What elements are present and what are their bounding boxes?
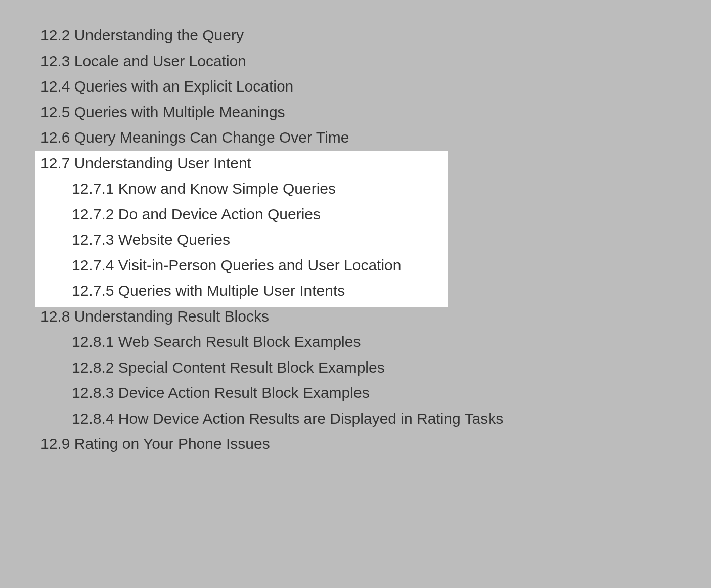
- toc-number: 12.9: [40, 435, 70, 452]
- toc-number: 12.8.2: [72, 359, 114, 376]
- toc-title: Device Action Result Block Examples: [118, 384, 370, 401]
- toc-title: How Device Action Results are Displayed …: [118, 410, 503, 427]
- toc-number: 12.7.2: [72, 206, 114, 222]
- toc-entry[interactable]: 12.8 Understanding Result Blocks: [40, 306, 711, 327]
- toc-subentry[interactable]: 12.7.1 Know and Know Simple Queries: [72, 178, 711, 199]
- toc-number: 12.8.1: [72, 333, 114, 350]
- toc-entry[interactable]: 12.5 Queries with Multiple Meanings: [40, 102, 711, 123]
- toc-number: 12.3: [40, 53, 70, 69]
- toc-subentry[interactable]: 12.8.1 Web Search Result Block Examples: [72, 332, 711, 352]
- toc-number: 12.4: [40, 78, 70, 95]
- toc-title: Understanding User Intent: [74, 155, 251, 171]
- toc-number: 12.8.4: [72, 410, 114, 427]
- toc-title: Do and Device Action Queries: [118, 206, 321, 222]
- toc-title: Rating on Your Phone Issues: [74, 435, 270, 452]
- toc-number: 12.2: [40, 27, 70, 43]
- table-of-contents: 12.2 Understanding the Query 12.3 Locale…: [40, 25, 711, 455]
- toc-number: 12.5: [40, 104, 70, 120]
- toc-subentry[interactable]: 12.8.2 Special Content Result Block Exam…: [72, 357, 711, 378]
- toc-entry[interactable]: 12.6 Query Meanings Can Change Over Time: [40, 127, 711, 148]
- toc-subentry[interactable]: 12.8.4 How Device Action Results are Dis…: [72, 409, 711, 429]
- toc-entry[interactable]: 12.4 Queries with an Explicit Location: [40, 76, 711, 97]
- toc-number: 12.7: [40, 155, 70, 171]
- toc-number: 12.8.3: [72, 384, 114, 401]
- toc-title: Understanding Result Blocks: [74, 308, 269, 325]
- toc-entry[interactable]: 12.7 Understanding User Intent: [40, 153, 711, 174]
- toc-title: Understanding the Query: [74, 27, 244, 43]
- toc-title: Special Content Result Block Examples: [118, 359, 385, 376]
- toc-number: 12.7.5: [72, 282, 114, 299]
- toc-subentry[interactable]: 12.7.5 Queries with Multiple User Intent…: [72, 281, 711, 301]
- toc-number: 12.6: [40, 129, 70, 146]
- toc-subentry[interactable]: 12.8.3 Device Action Result Block Exampl…: [72, 383, 711, 403]
- toc-number: 12.7.3: [72, 231, 114, 248]
- toc-number: 12.8: [40, 308, 70, 325]
- toc-title: Locale and User Location: [74, 53, 246, 69]
- toc-title: Know and Know Simple Queries: [118, 180, 336, 197]
- toc-title: Query Meanings Can Change Over Time: [74, 129, 349, 146]
- toc-entry[interactable]: 12.9 Rating on Your Phone Issues: [40, 434, 711, 455]
- toc-entry[interactable]: 12.3 Locale and User Location: [40, 51, 711, 72]
- toc-title: Queries with an Explicit Location: [74, 78, 294, 95]
- toc-entry[interactable]: 12.2 Understanding the Query: [40, 25, 711, 46]
- toc-title: Queries with Multiple Meanings: [74, 104, 285, 120]
- toc-number: 12.7.1: [72, 180, 114, 197]
- toc-title: Web Search Result Block Examples: [118, 333, 361, 350]
- toc-number: 12.7.4: [72, 257, 114, 274]
- toc-subentry[interactable]: 12.7.4 Visit-in-Person Queries and User …: [72, 255, 711, 276]
- toc-title: Queries with Multiple User Intents: [118, 282, 345, 299]
- toc-subentry[interactable]: 12.7.2 Do and Device Action Queries: [72, 204, 711, 225]
- toc-title: Visit-in-Person Queries and User Locatio…: [118, 257, 402, 274]
- toc-subentry[interactable]: 12.7.3 Website Queries: [72, 230, 711, 250]
- toc-title: Website Queries: [118, 231, 230, 248]
